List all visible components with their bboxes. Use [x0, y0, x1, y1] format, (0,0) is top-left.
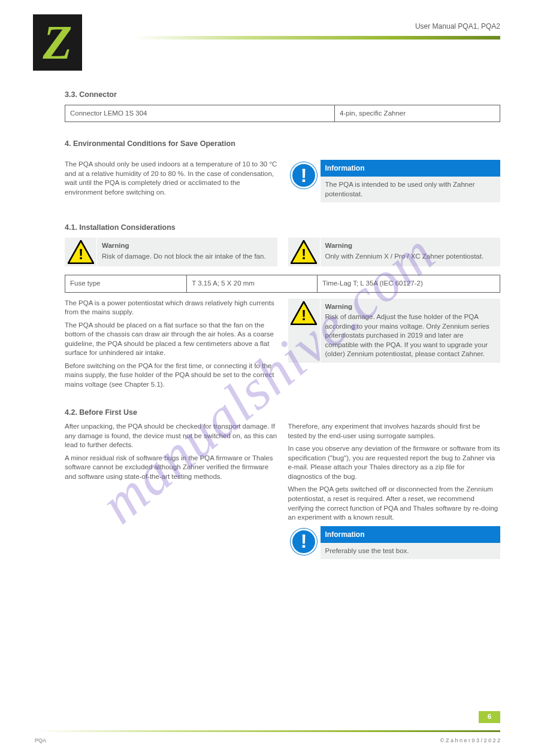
body-text: The PQA should only be used indoors at a…	[65, 160, 277, 197]
warn-body-cell: Warning Risk of damage. Adjust the fuse …	[321, 299, 501, 363]
section-3-3-title: 3.3. Connector	[65, 90, 500, 100]
table-cell: Fuse type	[65, 275, 187, 293]
warn-text: Risk of damage. Adjust the fuse holder o…	[325, 312, 496, 359]
footer-right: © Z a h n e r 0 3 / 2 0 2 2	[440, 737, 500, 744]
table-cell: Time-Lag T; L 35A (IEC 60127-2)	[318, 275, 500, 293]
footer-rule	[35, 730, 500, 732]
warn-body-cell: Warning Only with Zennium X / Pro / XC Z…	[321, 238, 501, 266]
footer-left: PQA	[35, 737, 46, 744]
warn-icon-cell: !	[288, 238, 321, 266]
warn-heading: Warning	[102, 241, 273, 251]
brand-logo: Z	[33, 14, 82, 71]
info-text: Preferably use the test box.	[321, 543, 501, 560]
info-icon: !	[291, 162, 317, 189]
info-text: The PQA is intended to be used only with…	[321, 177, 501, 202]
warn-icon-cell: !	[65, 238, 97, 266]
table-cell: T 3.15 A; 5 X 20 mm	[187, 275, 318, 293]
body-text: Before switching on the PQA for the firs…	[65, 362, 277, 390]
info-body-cell: Information Preferably use the test box.	[321, 526, 501, 560]
info-icon: !	[291, 529, 317, 555]
body-text: A minor residual risk of software bugs i…	[65, 454, 277, 482]
section-4-2-title: 4.2. Before First Use	[65, 408, 500, 418]
header-rule	[134, 36, 500, 40]
svg-text:!: !	[78, 246, 83, 262]
info-body-cell: Information The PQA is intended to be us…	[321, 160, 501, 202]
page-content: 3.3. Connector Connector LEMO 1S 304 4-p…	[65, 90, 500, 564]
warn-heading: Warning	[325, 302, 496, 312]
info-box: ! Information The PQA is intended to be …	[288, 160, 501, 202]
info-icon-cell: !	[288, 160, 321, 202]
warn-icon-cell: !	[288, 299, 321, 363]
warn-heading: Warning	[325, 241, 496, 251]
body-text: The PQA should be placed on a flat surfa…	[65, 321, 277, 358]
warn-text: Only with Zennium X / Pro / XC Zahner po…	[325, 252, 496, 262]
fuse-table: Fuse type T 3.15 A; 5 X 20 mm Time-Lag T…	[65, 275, 500, 293]
body-text: In case you observe any deviation of the…	[288, 444, 501, 481]
connector-table: Connector LEMO 1S 304 4-pin, specific Za…	[65, 105, 500, 123]
section-4-title: 4. Environmental Conditions for Save Ope…	[65, 139, 500, 149]
table-cell: Connector LEMO 1S 304	[65, 105, 335, 122]
body-text: After unpacking, the PQA should be check…	[65, 422, 277, 450]
page-number: 6	[479, 711, 500, 723]
info-icon-cell: !	[288, 526, 321, 560]
header-title: User Manual PQA1, PQA2	[415, 22, 500, 31]
warn-text: Risk of damage. Do not block the air int…	[102, 252, 273, 262]
body-text: The PQA is a power potentiostat which dr…	[65, 299, 277, 317]
svg-text:!: !	[301, 246, 306, 262]
info-heading: Information	[321, 160, 501, 177]
info-heading: Information	[321, 526, 501, 543]
info-box: ! Information Preferably use the test bo…	[288, 526, 501, 560]
svg-text:!: !	[301, 307, 306, 323]
logo-letter: Z	[43, 21, 72, 64]
section-4-1-title: 4.1. Installation Considerations	[65, 223, 500, 233]
warning-box: ! Warning Risk of damage. Do not block t…	[65, 238, 277, 266]
body-text: When the PQA gets switched off or discon…	[288, 485, 501, 522]
table-cell: 4-pin, specific Zahner	[335, 105, 500, 122]
warning-icon: !	[291, 301, 317, 325]
warning-box: ! Warning Only with Zennium X / Pro / XC…	[288, 238, 501, 266]
warning-icon: !	[68, 240, 94, 264]
warning-box: ! Warning Risk of damage. Adjust the fus…	[288, 299, 501, 363]
body-text: Therefore, any experiment that involves …	[288, 422, 501, 441]
warning-icon: !	[291, 240, 317, 264]
warn-body-cell: Warning Risk of damage. Do not block the…	[97, 238, 277, 266]
